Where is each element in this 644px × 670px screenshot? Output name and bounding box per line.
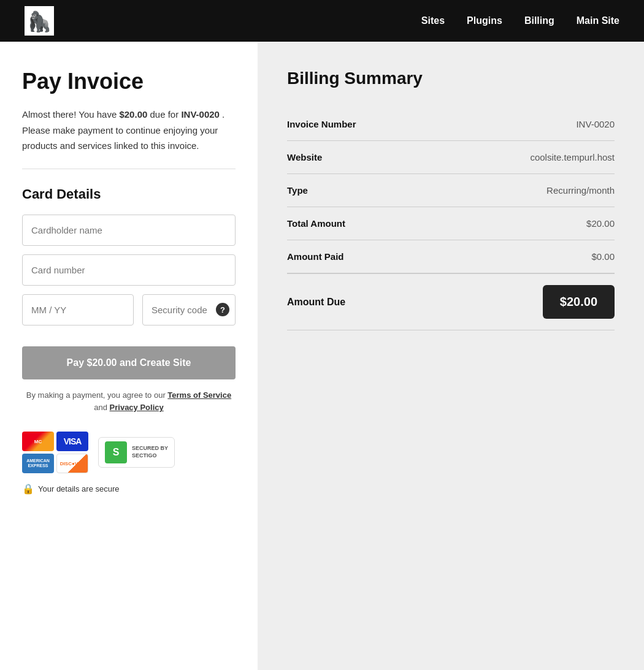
billing-row-total: Total Amount $20.00	[287, 207, 615, 240]
intro-text: Almost there! You have $20.00 due for IN…	[22, 107, 236, 154]
trust-row: MC VISA AMERICANEXPRESS DISC●VER S SECUR…	[22, 432, 236, 495]
amex-logo: AMERICANEXPRESS	[22, 454, 54, 473]
card-number-input[interactable]	[22, 254, 236, 286]
security-help-icon[interactable]: ?	[216, 303, 229, 316]
card-number-group	[22, 254, 236, 286]
sectigo-text: SECURED BYSECTIGO	[132, 445, 168, 459]
secure-label: Your details are secure	[38, 484, 120, 493]
card-logos: MC VISA AMERICANEXPRESS DISC●VER	[22, 432, 88, 473]
billing-row-invoice: Invoice Number INV-0020	[287, 108, 615, 141]
billing-label-invoice: Invoice Number	[287, 108, 434, 141]
expiry-security-row: ?	[22, 294, 236, 325]
billing-label-type: Type	[287, 174, 434, 207]
visa-logo: VISA	[56, 432, 88, 451]
cardholder-group	[22, 215, 236, 246]
billing-table: Invoice Number INV-0020 Website coolsite…	[287, 108, 615, 330]
billing-label-amount-due: Amount Due	[287, 273, 434, 330]
right-panel: Billing Summary Invoice Number INV-0020 …	[258, 42, 644, 670]
billing-row-paid: Amount Paid $0.00	[287, 240, 615, 274]
intro-prefix: Almost there! You have	[22, 109, 119, 120]
terms-middle: and	[94, 403, 109, 412]
amount-due-badge: $20.00	[543, 285, 615, 319]
billing-label-total: Total Amount	[287, 207, 434, 240]
expiry-input[interactable]	[22, 294, 134, 325]
page-title: Pay Invoice	[22, 69, 236, 94]
pay-button[interactable]: Pay $20.00 and Create Site	[22, 346, 236, 379]
lock-icon: 🔒	[22, 483, 34, 495]
cardholder-input[interactable]	[22, 215, 236, 246]
billing-title: Billing Summary	[287, 69, 615, 88]
billing-value-total: $20.00	[434, 207, 615, 240]
billing-row-type: Type Recurring/month	[287, 174, 615, 207]
nav-sites[interactable]: Sites	[421, 15, 445, 26]
sectigo-badge: S SECURED BYSECTIGO	[98, 437, 175, 468]
secure-text: 🔒 Your details are secure	[22, 483, 120, 495]
billing-value-type: Recurring/month	[434, 174, 615, 207]
privacy-policy-link[interactable]: Privacy Policy	[110, 403, 164, 412]
svg-text:🦍: 🦍	[27, 10, 52, 33]
terms-prefix: By making a payment, you agree to our	[26, 390, 168, 400]
nav-main-site[interactable]: Main Site	[577, 15, 619, 26]
mastercard-logo: MC	[22, 432, 54, 451]
billing-value-invoice: INV-0020	[434, 108, 615, 141]
left-panel: Pay Invoice Almost there! You have $20.0…	[0, 42, 258, 670]
billing-row-amount-due: Amount Due $20.00	[287, 273, 615, 330]
intro-middle: due for	[147, 109, 181, 120]
navbar: 🦍 Sites Plugins Billing Main Site	[0, 0, 644, 42]
nav-billing[interactable]: Billing	[524, 15, 554, 26]
security-wrapper: ?	[142, 294, 236, 325]
terms-text: By making a payment, you agree to our Te…	[22, 389, 236, 415]
billing-label-website: Website	[287, 141, 434, 174]
intro-amount: $20.00	[119, 109, 147, 120]
intro-invoice: INV-0020	[181, 109, 220, 120]
page-wrapper: Pay Invoice Almost there! You have $20.0…	[0, 42, 644, 670]
terms-of-service-link[interactable]: Terms of Service	[167, 390, 231, 400]
nav-plugins[interactable]: Plugins	[467, 15, 502, 26]
logo[interactable]: 🦍	[25, 6, 54, 36]
billing-value-paid: $0.00	[434, 240, 615, 274]
section-divider	[22, 169, 236, 169]
billing-value-website: coolsite.tempurl.host	[434, 141, 615, 174]
billing-row-website: Website coolsite.tempurl.host	[287, 141, 615, 174]
discover-logo: DISC●VER	[56, 454, 88, 473]
nav-links: Sites Plugins Billing Main Site	[421, 15, 619, 26]
billing-label-paid: Amount Paid	[287, 240, 434, 274]
card-details-title: Card Details	[22, 186, 236, 202]
billing-value-amount-due: $20.00	[434, 273, 615, 330]
sectigo-logo-icon: S	[105, 441, 127, 463]
